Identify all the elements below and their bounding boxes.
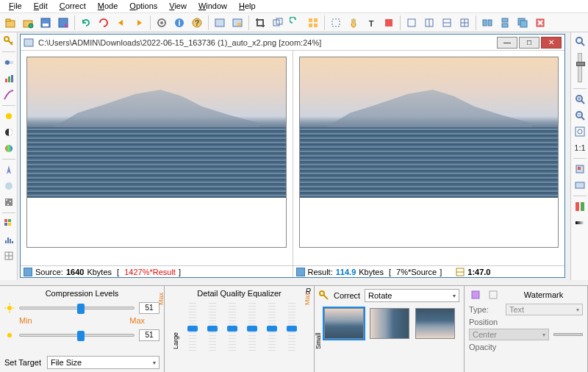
settings-icon[interactable] [154, 15, 170, 31]
wm-type-combo[interactable]: Text [506, 304, 583, 315]
save-icon[interactable] [37, 15, 54, 31]
save-as-icon[interactable] [55, 15, 71, 31]
zoom-in-icon[interactable] [573, 92, 587, 107]
color-swatch-icon[interactable] [573, 199, 587, 214]
rotate-icon[interactable] [287, 15, 304, 31]
svg-rect-5 [43, 24, 49, 26]
eq-band-3[interactable] [229, 301, 236, 352]
zoom-fit-icon[interactable] [573, 124, 587, 139]
zoom-100-icon[interactable]: 1:1 [573, 140, 587, 155]
eq-band-2[interactable] [209, 301, 216, 352]
layout-split-v-icon[interactable] [439, 15, 455, 31]
eq-band-6[interactable] [288, 301, 295, 352]
tile-h-icon[interactable] [479, 15, 495, 31]
source-image[interactable] [26, 57, 287, 248]
svg-point-46 [6, 113, 12, 119]
hue-icon[interactable] [1, 141, 16, 156]
batch-icon[interactable] [305, 15, 321, 31]
watermark-icon-2[interactable] [487, 289, 500, 301]
quality-slider-2[interactable] [19, 334, 135, 337]
contrast-icon[interactable] [1, 125, 16, 140]
menu-correct[interactable]: Correct [54, 0, 92, 12]
cascade-icon[interactable] [514, 15, 531, 31]
maximize-button[interactable]: □ [519, 37, 539, 49]
eq-band-1[interactable] [189, 301, 196, 352]
brightness-icon[interactable] [1, 109, 16, 124]
quality-value-2[interactable]: 51 [139, 329, 159, 341]
zoom-slider[interactable] [578, 53, 582, 82]
close-all-icon[interactable] [532, 15, 548, 31]
sun-icon-2 [4, 330, 15, 340]
menu-view[interactable]: View [163, 0, 193, 12]
rotate-90-thumb[interactable] [370, 308, 409, 339]
wm-opacity-label: Opacity [469, 343, 501, 351]
blur-icon[interactable] [1, 179, 16, 193]
watermark-icon-1[interactable] [469, 289, 482, 301]
rotate-0-thumb[interactable] [324, 308, 364, 339]
svg-point-48 [5, 145, 12, 152]
rotate-180-thumb[interactable] [415, 308, 455, 339]
zoom-out-icon[interactable] [573, 108, 587, 123]
equalizer-title: Detail Quality Equalizer [169, 289, 309, 298]
resize-icon[interactable] [270, 15, 286, 31]
image-a-icon[interactable] [212, 15, 228, 31]
preview-icon[interactable] [573, 178, 587, 193]
gradient-icon[interactable] [573, 215, 587, 230]
menu-help[interactable]: Help [233, 0, 262, 12]
key-icon[interactable] [1, 34, 16, 49]
reload-icon[interactable] [78, 15, 94, 31]
curves-icon[interactable] [1, 87, 16, 102]
layout-single-icon[interactable] [404, 15, 420, 31]
svg-rect-79 [576, 182, 584, 188]
crop-icon[interactable] [252, 15, 268, 31]
bottom-panel: Compression Levels 51 MinMax 51 Set Targ… [0, 285, 588, 372]
menu-edit[interactable]: Edit [28, 0, 54, 12]
menu-window[interactable]: Window [193, 0, 233, 12]
levels-icon[interactable] [1, 71, 16, 86]
correct-mode-combo[interactable]: Rotate [365, 289, 459, 302]
quality-value-1[interactable]: 51 [139, 302, 159, 314]
palette-icon[interactable] [1, 216, 16, 231]
magnifier-icon[interactable] [573, 34, 587, 49]
wm-position-slider[interactable] [553, 333, 583, 336]
refresh-icon[interactable] [96, 15, 112, 31]
eq-band-5[interactable] [268, 301, 276, 352]
layout-quad-icon[interactable] [456, 15, 473, 31]
redo-icon[interactable] [131, 15, 147, 31]
sharpen-icon[interactable] [1, 162, 16, 177]
zoom-select-icon[interactable] [328, 15, 344, 31]
grid-icon[interactable] [1, 248, 16, 263]
minimize-button[interactable]: — [497, 37, 517, 49]
eq-band-4[interactable] [248, 301, 256, 352]
color-icon[interactable] [381, 15, 397, 31]
open-file-icon[interactable] [2, 15, 18, 31]
histogram-icon[interactable] [1, 232, 16, 247]
nav-icon[interactable] [573, 162, 587, 176]
image-b-icon[interactable] [229, 15, 245, 31]
hand-icon[interactable] [345, 15, 362, 31]
text-icon[interactable]: T [363, 15, 379, 31]
svg-rect-59 [7, 237, 9, 243]
noise-icon[interactable] [1, 195, 16, 210]
target-mode-combo[interactable]: File Size [47, 356, 159, 369]
open-folder-icon[interactable] [20, 15, 36, 31]
layout-split-h-icon[interactable] [421, 15, 437, 31]
result-image[interactable] [299, 57, 559, 248]
tile-v-icon[interactable] [497, 15, 513, 31]
info-icon[interactable]: i [171, 15, 187, 31]
menu-options[interactable]: Options [123, 0, 163, 12]
menu-file[interactable]: File [3, 0, 28, 12]
wm-position-combo[interactable]: Center [469, 329, 549, 340]
quality-slider-1[interactable] [19, 307, 135, 310]
undo-icon[interactable] [113, 15, 129, 31]
svg-point-49 [5, 182, 12, 190]
menu-mode[interactable]: Mode [92, 0, 124, 12]
svg-point-8 [160, 21, 163, 24]
source-label: Source: [35, 268, 63, 276]
help-icon[interactable]: ? [189, 15, 205, 31]
window-titlebar[interactable]: C:\Users\ADMIN\Downloads\2022-06-15_1637… [21, 35, 564, 51]
adjust-icon[interactable] [1, 55, 16, 70]
correct-title: Correct [334, 291, 360, 300]
close-button[interactable]: ✕ [541, 37, 562, 49]
svg-rect-13 [215, 19, 224, 26]
